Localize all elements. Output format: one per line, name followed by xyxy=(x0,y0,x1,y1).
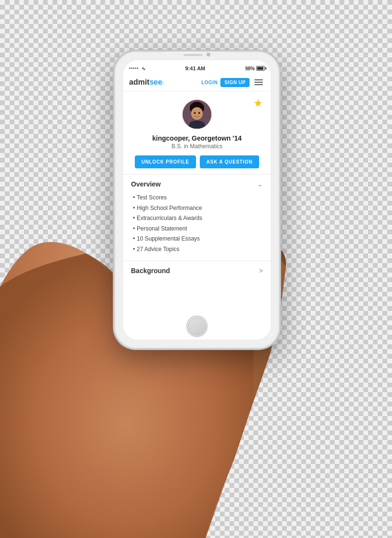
app-logo: admitsee: xyxy=(129,78,201,87)
hamburger-menu[interactable] xyxy=(252,77,265,87)
signal-bars: ••••• xyxy=(129,66,139,71)
background-section-header[interactable]: Background > xyxy=(131,267,263,274)
profile-school: Georgetown '14 xyxy=(192,134,241,142)
overview-item-personal-statement: Personal Statement xyxy=(133,224,263,234)
signup-button[interactable]: SIGN UP xyxy=(220,78,250,87)
app-content: admitsee: LOGIN SIGN UP ★ xyxy=(123,74,271,340)
power-button xyxy=(279,119,281,147)
profile-degree: B.S. in Mathematics xyxy=(172,143,223,150)
phone-notch xyxy=(163,52,230,58)
navbar: admitsee: LOGIN SIGN UP xyxy=(123,74,271,91)
phone-screen: ••••• ∿ 9:41 AM 98% admitsee: xyxy=(123,60,271,340)
status-bar: ••••• ∿ 9:41 AM 98% xyxy=(123,60,271,74)
overview-section-header[interactable]: Overview ⌄ xyxy=(131,180,263,188)
svg-point-13 xyxy=(194,112,196,114)
phone-shell: ••••• ∿ 9:41 AM 98% admitsee: xyxy=(115,52,279,348)
background-section: Background > xyxy=(123,261,271,280)
logo-suffix: : xyxy=(162,80,163,86)
battery-status: 98% xyxy=(245,66,265,71)
logo-text-blue: see xyxy=(150,78,163,86)
overview-item-extracurriculars: Extracurriculars & Awards xyxy=(133,213,263,224)
phone-device: ••••• ∿ 9:41 AM 98% admitsee: xyxy=(115,52,279,348)
overview-item-advice: 27 Advice Topics xyxy=(133,244,263,255)
hamburger-line-1 xyxy=(254,79,263,80)
phone-speaker xyxy=(184,54,203,56)
battery-icon xyxy=(256,66,265,71)
overview-section: Overview ⌄ Test Scores High School Perfo… xyxy=(123,174,271,261)
chevron-right-icon: > xyxy=(259,267,263,274)
wifi-icon: ∿ xyxy=(142,66,145,71)
overview-item-supplemental: 10 Supplemental Essays xyxy=(133,234,263,244)
overview-title: Overview xyxy=(131,180,161,188)
overview-item-test-scores: Test Scores xyxy=(133,193,263,203)
profile-actions: UNLOCK PROFILE ASK A QUESTION xyxy=(135,155,260,168)
login-button[interactable]: LOGIN xyxy=(201,80,218,85)
front-camera xyxy=(207,53,210,56)
svg-point-12 xyxy=(191,107,203,120)
nav-buttons: LOGIN SIGN UP xyxy=(201,77,265,87)
chevron-down-icon: ⌄ xyxy=(257,180,263,188)
battery-fill xyxy=(257,67,263,70)
battery-percentage: 98% xyxy=(245,66,255,71)
overview-list: Test Scores High School Performance Extr… xyxy=(131,193,263,255)
time-display: 9:41 AM xyxy=(185,66,205,71)
background-title: Background xyxy=(131,267,170,274)
profile-name: kingcooper, Georgetown '14 xyxy=(152,134,242,142)
overview-item-hs-performance: High School Performance xyxy=(133,203,263,214)
ask-question-button[interactable]: ASK A QUESTION xyxy=(200,155,260,168)
signal-status: ••••• ∿ xyxy=(129,66,145,71)
avatar xyxy=(182,99,212,130)
unlock-profile-button[interactable]: UNLOCK PROFILE xyxy=(135,155,196,168)
hamburger-line-3 xyxy=(254,84,263,85)
logo-text: admit xyxy=(129,78,150,86)
star-icon[interactable]: ★ xyxy=(253,97,263,110)
username: kingcooper, xyxy=(152,134,190,142)
home-button-inner xyxy=(188,318,206,335)
svg-point-14 xyxy=(198,112,200,114)
avatar-image xyxy=(183,100,211,129)
profile-section: ★ xyxy=(123,91,271,174)
hamburger-line-2 xyxy=(254,82,263,83)
home-button[interactable] xyxy=(186,316,207,337)
